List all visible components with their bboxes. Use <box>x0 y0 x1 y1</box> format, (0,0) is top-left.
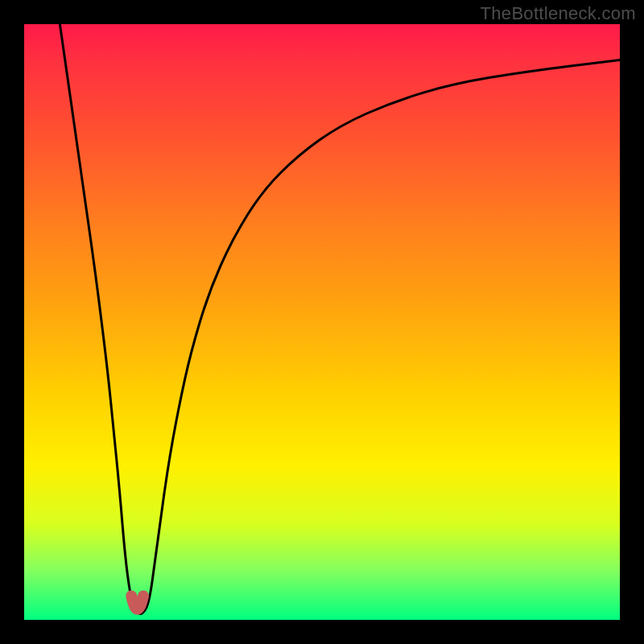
plot-area <box>24 24 620 620</box>
chart-frame: TheBottleneck.com <box>0 0 644 644</box>
min-marker <box>131 596 143 609</box>
watermark-text: TheBottleneck.com <box>481 3 636 24</box>
curve-path <box>60 24 620 614</box>
bottleneck-curve <box>24 24 620 620</box>
